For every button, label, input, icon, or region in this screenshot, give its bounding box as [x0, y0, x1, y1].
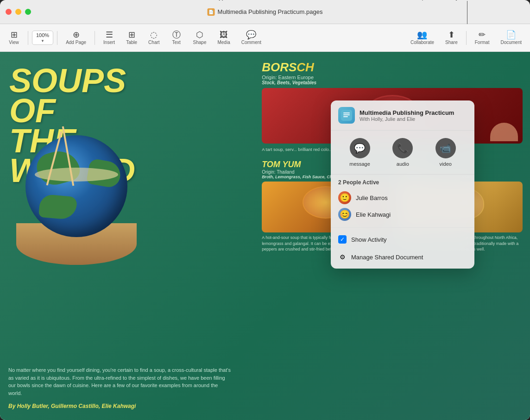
window-title-text: Multimedia Publishing Practicum.pages [218, 8, 323, 15]
media-icon: 🖼 [220, 31, 228, 39]
message-action[interactable]: 💬 message [349, 138, 370, 167]
zoom-control[interactable]: 100% ▼ [32, 31, 53, 45]
person-elie: 😊 Elie Kahwagi [338, 206, 467, 223]
zoom-chevron-icon: ▼ [41, 39, 44, 43]
chart-button[interactable]: ◌ Chart [144, 29, 164, 47]
text-button[interactable]: Ⓣ Text [166, 29, 187, 47]
show-activity-label: Show Activity [351, 236, 387, 243]
table-icon: ⊞ [128, 31, 135, 39]
text-icon: Ⓣ [172, 31, 181, 39]
shape-icon: ⬡ [196, 31, 203, 39]
bottom-text: No matter where you find yourself dining… [8, 366, 231, 397]
document-canvas[interactable]: SOUPS OF THE WORLD [0, 52, 530, 420]
collab-actions: 💬 message 📞 audio 📹 video [331, 131, 474, 175]
collab-people-section: 2 People Active 🙂 Julie Barros 😊 Elie Ka… [331, 175, 474, 228]
message-label: message [349, 161, 370, 167]
insert-button[interactable]: ☰ Insert [99, 29, 120, 47]
close-button[interactable] [6, 9, 12, 15]
collab-popup: Multimedia Publishing Practicum With Hol… [331, 100, 474, 269]
table-button[interactable]: ⊞ Table [121, 29, 142, 47]
maximize-button[interactable] [25, 9, 31, 15]
manage-shared-label: Manage Shared Document [351, 254, 423, 261]
authors-line: By Holly Butler, Guillermo Castillo, Eli… [8, 401, 231, 410]
shape-button[interactable]: ⬡ Shape [189, 29, 211, 47]
message-icon: 💬 [350, 138, 370, 158]
collab-doc-info: Multimedia Publishing Practicum With Hol… [360, 109, 454, 122]
svg-rect-1 [343, 113, 350, 113]
svg-rect-2 [343, 114, 350, 115]
toolbar-divider-1 [28, 31, 28, 45]
collab-options: ✓ Show Activity ⚙ Manage Shared Document [331, 228, 474, 269]
insert-icon: ☰ [106, 31, 113, 39]
person2-name: Elie Kahwagi [356, 211, 391, 218]
main-area: SOUPS OF THE WORLD [0, 52, 530, 420]
toolbar-divider-4 [466, 31, 467, 45]
globe-bowl-illustration [7, 121, 146, 270]
audio-label: audio [397, 161, 409, 167]
media-button[interactable]: 🖼 Media [213, 29, 234, 47]
video-label: video [440, 161, 452, 167]
collaborate-icon: 👥 [417, 31, 427, 39]
format-button[interactable]: ✏ Format [470, 29, 494, 47]
share-icon: ⬆ [448, 31, 455, 39]
collab-doc-title: Multimedia Publishing Practicum [360, 109, 454, 116]
minimize-button[interactable] [15, 9, 21, 15]
borscht-origin: Origin: Eastern Europe [262, 75, 523, 80]
view-button[interactable]: ⊞ View [4, 29, 24, 47]
titlebar: 📄 Multimedia Publishing Practicum.pages [0, 0, 530, 24]
bottom-description: No matter where you find yourself dining… [8, 366, 231, 397]
show-activity-option[interactable]: ✓ Show Activity [331, 231, 474, 248]
borscht-ingredients: Stock, Beets, Vegetables [262, 80, 523, 85]
people-count: 2 People Active [338, 179, 467, 186]
collab-popup-header: Multimedia Publishing Practicum With Hol… [331, 100, 474, 131]
add-page-button[interactable]: ⊕ Add Page [61, 29, 91, 47]
add-page-icon: ⊕ [73, 31, 80, 39]
app-window: 📄 Multimedia Publishing Practicum.pages … [0, 0, 530, 420]
document-toolbar-icon: 📄 [506, 31, 516, 39]
manage-shared-icon: ⚙ [338, 253, 347, 261]
elie-avatar: 😊 [338, 208, 351, 221]
traffic-lights [6, 9, 31, 15]
manage-shared-option[interactable]: ⚙ Manage Shared Document [331, 248, 474, 266]
window-title: 📄 Multimedia Publishing Practicum.pages [208, 8, 323, 16]
format-icon: ✏ [479, 31, 486, 39]
authors-text: By Holly Butler, Guillermo Castillo, Eli… [8, 403, 136, 409]
collab-doc-icon [338, 107, 355, 124]
audio-action[interactable]: 📞 audio [392, 138, 413, 167]
chart-icon: ◌ [150, 31, 158, 39]
borscht-name: BORSCH [262, 60, 523, 75]
toolbar: ⊞ View 100% ▼ ⊕ Add Page ☰ Insert ⊞ Tabl… [0, 24, 530, 52]
video-action[interactable]: 📹 video [435, 138, 456, 167]
video-icon: 📹 [435, 138, 456, 158]
collab-doc-subtitle: With Holly, Julie and Elie [360, 116, 454, 122]
toolbar-divider-3 [95, 31, 95, 45]
audio-icon: 📞 [392, 138, 413, 158]
person-julie: 🙂 Julie Barros [338, 189, 467, 206]
share-button[interactable]: ⬆ Share [441, 29, 462, 47]
comment-button[interactable]: 💬 Comment [237, 29, 266, 47]
show-activity-check: ✓ [338, 235, 347, 244]
toolbar-divider-2 [57, 31, 57, 45]
document-icon: 📄 [208, 8, 215, 16]
collaborate-button[interactable]: 👥 Collaborate [406, 29, 439, 47]
julie-avatar: 🙂 [338, 191, 351, 204]
view-icon: ⊞ [11, 31, 18, 39]
comment-icon: 💬 [246, 31, 256, 39]
person1-name: Julie Barros [356, 194, 388, 201]
svg-rect-3 [343, 116, 348, 117]
document-button[interactable]: 📄 Document [496, 29, 526, 47]
